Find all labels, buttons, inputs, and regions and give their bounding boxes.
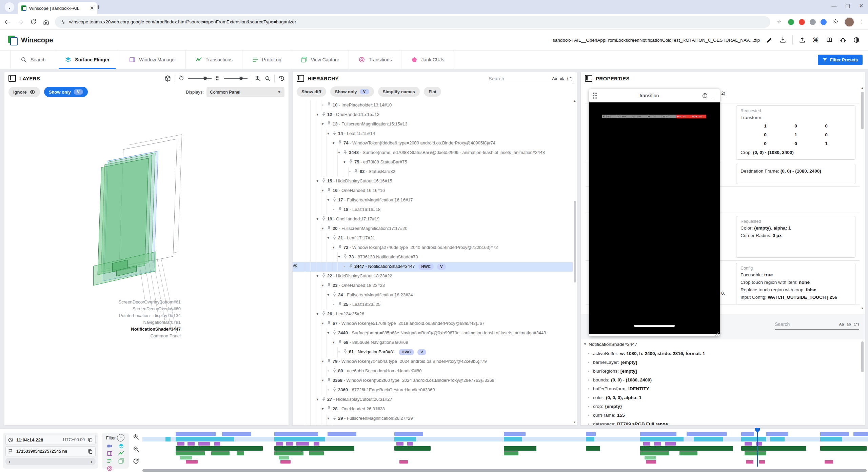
trace-entry-segment[interactable]: [176, 446, 263, 451]
pin-icon[interactable]: [348, 159, 354, 166]
extension-icon-blue[interactable]: [821, 19, 827, 25]
property-item-color[interactable]: ●color:(0, 0, 0), alpha: 1: [581, 393, 865, 402]
expand-arrow-icon[interactable]: ▼: [341, 159, 348, 165]
property-item-dataspace[interactable]: ●dataspace:BT709 sRGB Full range: [581, 419, 865, 425]
collapse-filter-icon[interactable]: ⌃: [117, 434, 124, 441]
expand-arrow-icon[interactable]: ▼: [319, 406, 327, 412]
swirl-icon[interactable]: [106, 465, 113, 472]
trace-entry-segment[interactable]: [279, 456, 289, 459]
trace-entry-segment[interactable]: [198, 442, 210, 446]
layer-label[interactable]: ScreenDecorOverlayBottom#61: [4, 299, 181, 306]
timeline-track-5[interactable]: [142, 456, 868, 459]
trend-icon[interactable]: [118, 450, 124, 457]
bookmark-star-icon[interactable]: ☆: [775, 18, 783, 26]
trace-entry-segment[interactable]: [853, 432, 868, 436]
expand-arrow-icon[interactable]: ▼: [314, 273, 321, 279]
window-icon[interactable]: [106, 450, 113, 457]
pin-icon[interactable]: [343, 349, 349, 356]
drag-handle-icon[interactable]: [593, 93, 597, 99]
trace-entry-segment[interactable]: [394, 446, 431, 451]
pin-icon[interactable]: [327, 225, 333, 233]
trace-entry-segment[interactable]: [504, 437, 522, 441]
layer-label[interactable]: NotificationShade#3447: [4, 326, 181, 333]
copy-icon[interactable]: [87, 449, 93, 454]
property-item-barrierLayer[interactable]: ●barrierLayer:[empty]: [581, 358, 865, 367]
hierarchy-node-14[interactable]: ▼14 - Leaf:15:15#14: [293, 129, 573, 139]
home-icon[interactable]: [42, 18, 50, 26]
hierarchy-node-81[interactable]: ●81 - NavigationBar0#81HWCV: [293, 348, 573, 357]
pin-icon[interactable]: [321, 311, 327, 318]
forward-icon[interactable]: [16, 18, 24, 26]
pin-icon[interactable]: [327, 121, 333, 128]
trace-entry-segment[interactable]: [640, 446, 733, 451]
expand-arrow-icon[interactable]: ▼: [319, 358, 327, 365]
hierarchy-node-10[interactable]: ●10 - ImePlaceholder:13:14#10: [293, 101, 573, 110]
trace-entry-segment[interactable]: [741, 432, 754, 436]
property-item-activeBuffer[interactable]: ●activeBuffer:w: 1080, h: 2400, stride: …: [581, 349, 865, 358]
window-maximize-icon[interactable]: ▢: [845, 3, 850, 9]
pin-icon[interactable]: [337, 425, 343, 425]
trace-entry-segment[interactable]: [165, 437, 171, 441]
hierarchy-node-21[interactable]: ▼21 - Leaf:17:17#21: [293, 234, 573, 243]
properties-tree-scrollbar[interactable]: [860, 341, 864, 424]
property-item-crop[interactable]: ●crop:{empty}: [581, 402, 865, 411]
extension-icon-gray[interactable]: [810, 19, 816, 25]
pin-icon[interactable]: [327, 377, 333, 385]
scroll-left-icon[interactable]: ‹: [9, 459, 10, 464]
trace-entry-segment[interactable]: [309, 451, 324, 455]
tab-protolog[interactable]: ProtoLog: [242, 51, 291, 69]
trace-entry-segment[interactable]: [825, 460, 833, 464]
trace-entry-segment[interactable]: [399, 460, 408, 464]
trace-entry-segment[interactable]: [679, 451, 698, 455]
layer-label[interactable]: ScreenDecorOverlay#60: [4, 306, 181, 312]
hierarchy-node-3368[interactable]: ▼3368 - WindowToken{f6b2f60 type=2024 an…: [293, 376, 573, 386]
hierarchy-node-82[interactable]: ●82 - StatusBar#82: [293, 167, 573, 177]
expand-arrow-icon[interactable]: ▼: [314, 178, 321, 184]
trace-entry-segment[interactable]: [176, 432, 216, 436]
hierarchy-node-3369[interactable]: ●3369 - 67726bf EdgeBackGestureHandler0#…: [293, 386, 573, 395]
expand-arrow-icon[interactable]: ▼: [319, 187, 327, 194]
pin-icon[interactable]: [337, 244, 343, 252]
expand-arrow-icon[interactable]: ▼: [314, 311, 321, 317]
pin-icon[interactable]: [337, 206, 343, 214]
trace-entry-segment[interactable]: [394, 437, 416, 441]
trace-entry-segment[interactable]: [770, 437, 785, 441]
pin-icon[interactable]: [321, 396, 327, 404]
minimize-popup-icon[interactable]: _: [711, 93, 716, 98]
edit-pencil-icon[interactable]: [765, 36, 773, 44]
hierarchy-node-30[interactable]: ●30 - Leaf:26:27#30: [293, 424, 573, 425]
hierarchy-button-simplify-names[interactable]: Simplify names: [378, 87, 420, 97]
trace-entry-segment[interactable]: [586, 437, 595, 441]
expand-arrow-icon[interactable]: ▼: [330, 339, 337, 346]
layer-label[interactable]: Common Panel: [4, 333, 181, 339]
match-word-toggle[interactable]: ab: [847, 322, 851, 326]
properties-search[interactable]: Search Aa ab (.*): [775, 321, 859, 327]
hierarchy-node-13[interactable]: ▼13 - FullscreenMagnification:15:15#13: [293, 120, 573, 129]
trace-entry-segment[interactable]: [296, 442, 310, 446]
trace-entry-segment[interactable]: [180, 456, 192, 459]
back-icon[interactable]: [3, 18, 12, 26]
tab-surface-flinger[interactable]: Surface Flinger: [55, 51, 119, 69]
layer-label[interactable]: PointerLocation - display 0#134: [4, 312, 181, 319]
trace-entry-segment[interactable]: [237, 451, 244, 455]
trace-entry-segment[interactable]: [407, 442, 413, 446]
pin-icon[interactable]: [332, 292, 338, 299]
trace-entry-segment[interactable]: [820, 446, 867, 451]
regex-toggle[interactable]: (.*): [854, 322, 859, 326]
hierarchy-scrollbar[interactable]: ▲ ▼: [573, 99, 577, 424]
trace-entry-segment[interactable]: [314, 442, 319, 446]
download-icon[interactable]: [779, 36, 787, 44]
site-settings-icon[interactable]: [60, 19, 66, 25]
extension-icon-red[interactable]: [799, 19, 805, 25]
hierarchy-node-12[interactable]: ▼12 - OneHanded:15:15#12: [293, 110, 573, 120]
timeline-zoom-in-icon[interactable]: [132, 433, 140, 440]
reset-view-icon[interactable]: [278, 75, 284, 82]
trace-entry-segment[interactable]: [654, 442, 661, 446]
hierarchy-node-28[interactable]: ▼28 - OneHanded:26:31#28: [293, 405, 573, 414]
tab-search[interactable]: Search: [11, 51, 55, 69]
hierarchy-node-29[interactable]: ▼29 - FullscreenMagnification:26:27#29: [293, 414, 573, 424]
properties-scrollbar[interactable]: ▲ ▼: [860, 86, 864, 310]
videocam-icon[interactable]: [106, 443, 113, 449]
shortcuts-icon[interactable]: ⌘: [812, 36, 820, 44]
timeline-track-4[interactable]: [142, 451, 868, 455]
